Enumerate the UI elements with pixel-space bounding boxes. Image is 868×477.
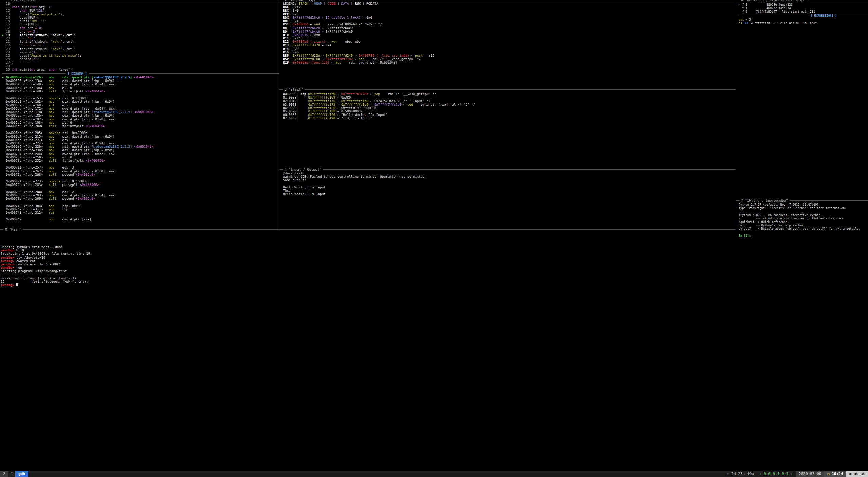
token: ← "rld, I'm Input" (335, 116, 372, 120)
load-value: 0.0 0.1 0.1 (764, 472, 789, 476)
console-line: pwndbg> cwatch cnt (1, 259, 736, 263)
token: mov (335, 60, 341, 64)
host-badge: ● at-at (846, 471, 868, 477)
token: f 2 7ffff7a05b97 __libc_start_main+231 (739, 10, 815, 13)
pane-stack[interactable]: 3 "stack" 00:0000│ rsp 0x7fffffffd160 → … (279, 89, 736, 169)
token: "%d\n" (51, 47, 62, 51)
ipython-line: IPython 5.8.0 -- An enhanced Interactive… (739, 213, 868, 217)
token: ); (78, 54, 82, 57)
io-body: /dev/pts/10warning: GDB: Failed to set c… (279, 170, 736, 229)
window-tab-gdb[interactable]: gdb (15, 471, 28, 477)
token: RODATA (366, 2, 378, 5)
source-line: 13 puts("Some output:\n"); (2, 13, 279, 16)
token: 0x4006d8 <func+200> (2, 124, 49, 128)
pane-backtrace[interactable]: 6 "backtrace, expressions, args" ► f 0 4… (736, 0, 868, 200)
source-line: 16 puts(BUF); (2, 23, 279, 26)
token: | (361, 2, 366, 5)
window-tab-1[interactable]: 1 (8, 471, 16, 477)
ipython-line: ? -> Introduction and overview of IPytho… (739, 217, 868, 220)
token: call (49, 159, 62, 162)
ipython-body[interactable]: Python 2.7.17 (default, Nov 7 2019, 10:0… (736, 201, 868, 471)
expressions-section-header: [ EXPRESSIONS ] (739, 14, 868, 18)
clock-icon: ◷ (827, 472, 832, 476)
token: int (12, 68, 18, 71)
token: fprintf@plt (62, 89, 86, 93)
backtrace-body: ► f 0 40068e func+126 f 1 400772 main+34… (736, 0, 868, 200)
token: 0x7ffff7dd18c0 (_IO_stdfile_1_lock) (293, 16, 361, 19)
token: main( (18, 68, 29, 71)
token: byte ptr [rax], al /* 'J' */ (413, 103, 475, 106)
pane-io[interactable]: 4 "Input / Output" /dev/pts/10warning: G… (279, 169, 736, 229)
io-line (283, 182, 736, 186)
pane-main[interactable]: 0 "Main" Reading symbols from test...don… (0, 229, 736, 471)
pane-title: 0 "Main" (3, 228, 23, 231)
source-line: 29 int main(int argc, char *argv[]) (2, 68, 279, 71)
pane-title: 2 "legend, regs" (283, 0, 319, 2)
uptime: ↑ 1d 23h 49m (724, 471, 756, 477)
token: , cnt); (62, 47, 76, 51)
pane-title: 4 "Input / Output" (283, 167, 323, 171)
token (299, 116, 308, 120)
token: fprintf@plt (62, 124, 86, 128)
token: <0x601040> (134, 110, 153, 114)
token: <0x4005a0> (76, 173, 95, 176)
date: 2020-03-06 (796, 471, 824, 477)
token: ebp, ebp (337, 40, 361, 43)
disasm-section-header: [ DISASM ] (2, 72, 279, 75)
token: Python 2.7.17 (default, Nov 7 2019, 10:0… (739, 203, 818, 206)
register-row: R13 0x7fffffffd320 ← 0x1 (283, 43, 736, 47)
prompt: pwndbg> (1, 283, 16, 287)
token: ret (49, 211, 62, 214)
load-average: ‹ 0.0 0.1 0.1 › (757, 471, 796, 477)
pane-ipython[interactable]: 7 "IPython: tmp/pwndbg" Python 2.7.17 (d… (736, 200, 868, 471)
console-line: pwndbg> tty /dev/pts/10 (1, 256, 736, 259)
host-value: at-at (854, 472, 865, 476)
token: ); (60, 12, 64, 16)
token (739, 210, 740, 213)
token: RWX (355, 2, 361, 5)
source-line: 25 puts("Again as it was so nice"); (2, 54, 279, 57)
disasm-line: 0x40072b <func+283> call puts@plt <0x400… (2, 183, 279, 187)
main-console-body[interactable]: Reading symbols from test...done.pwndbg>… (0, 230, 736, 471)
source-line: 17 int cnt = 0; (2, 26, 279, 30)
token: call (49, 89, 62, 93)
disasm-line: 0x40070c <func+252> call fprintf@plt <0x… (2, 159, 279, 162)
pane-legend-regs[interactable]: 2 "legend, regs" LEGEND: STACK | HEAP | … (279, 0, 736, 89)
tmux-session: { "colors": { "background": "#000000", "… (0, 0, 868, 477)
token: rdi, qword ptr [0x601040] (341, 60, 398, 64)
pane-disasm-code[interactable]: 1 "disasm, code" 10 11 void func(int arg… (0, 0, 279, 229)
stack-row: 07:0038│ 0x7fffffffd198 ← "rld, I'm Inpu… (283, 117, 736, 120)
ipython-line: Python 2.7.17 (default, Nov 7 2019, 10:0… (739, 203, 868, 206)
io-line: Thx. (283, 189, 736, 192)
token (739, 231, 740, 234)
io-line: Some output: (283, 178, 736, 182)
token: f 1 400772 main+34 (739, 6, 791, 10)
pane-title: 6 "backtrace, expressions, args" (739, 0, 808, 2)
token: 0x7ffff7ffb2a0 (374, 103, 401, 106)
console-line: pwndbg> run (1, 266, 736, 269)
expression-row: ds BUF = 7fffffffd190 "Hello World, I'm … (739, 21, 868, 25)
token: | (336, 2, 341, 5)
disasm-line: 0x400749 nop dword ptr [rax] (2, 218, 279, 221)
token: <0x601040> (134, 75, 153, 79)
disasm-line: 0x400748 <func+312> ret (2, 211, 279, 214)
token: ] (130, 110, 134, 114)
token: ← 0x7ffff7fcb4c0 (320, 30, 353, 33)
disasm-line: 0x40073b <func+299> call second <0x4005a… (2, 197, 279, 200)
session-badge[interactable]: 2 (0, 471, 8, 477)
token: Some output: (283, 178, 306, 182)
token: ] (130, 75, 134, 79)
power-icon: ● (849, 472, 854, 476)
token: r15 (423, 54, 434, 57)
source-line: 23 fprintf(stdout, "%d\n", cnt); (2, 47, 279, 51)
io-line: warning: GDB: Failed to set controlling … (283, 175, 736, 178)
ipython-line: object? -> Details about 'object', use '… (739, 227, 868, 230)
regs-listing: RAX 0x17RBX 0x0RCX 0x5RDX 0x7ffff7dd18c0… (283, 5, 736, 64)
disasm-listing: ► 0x40068e <func+126> mov rdi, qword ptr… (2, 76, 279, 222)
token: help -> Python's own help system. (739, 224, 804, 227)
register-row: RAX 0x17 (283, 5, 736, 9)
token: | (322, 2, 327, 5)
token: } (12, 60, 14, 64)
token: ← 0x0 (308, 33, 320, 37)
token: char (49, 68, 56, 71)
